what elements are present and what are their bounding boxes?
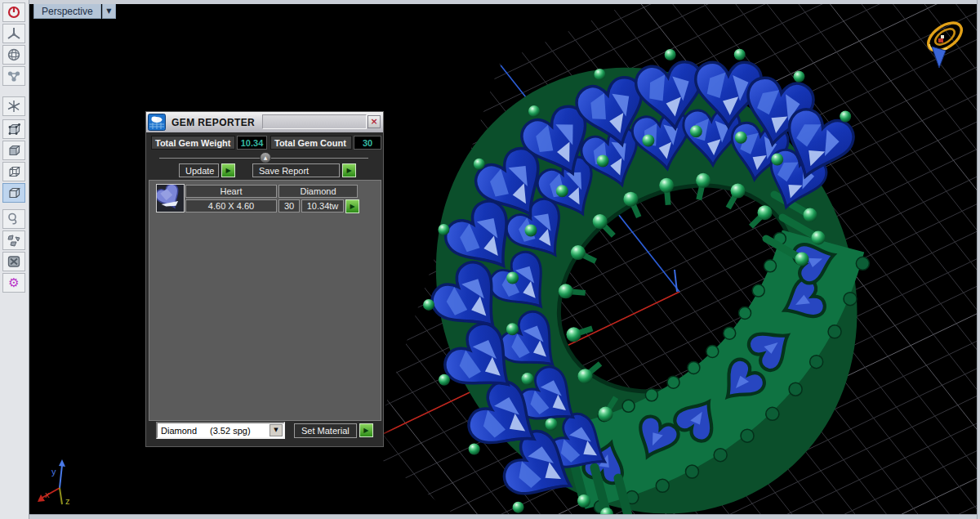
gem-reporter-icon [148,114,166,131]
total-weight-label: Total Gem Weight [151,136,235,150]
axis-label-z: z [65,496,70,506]
set-material-button[interactable]: Set Material [294,423,357,438]
gem-weight-cell: 10.34tw [301,199,344,213]
gem-size-cell: 4.60 X 4.60 [185,199,277,213]
ring-model [355,4,938,514]
total-weight-value: 10.34 [237,136,267,150]
dialog-actions: Update ▶ Save Report ▶ [179,163,356,177]
material-dropdown-value: Diamond [161,426,197,436]
explode-icon[interactable] [2,230,25,250]
view-rotation-gizmo[interactable] [924,17,967,68]
cube-selected-icon[interactable] [2,183,25,203]
loupe-icon[interactable] [2,209,25,229]
window-border-bottom [29,514,977,519]
set-material-run-button[interactable]: ▶ [359,423,373,437]
axis-label-x: x [45,490,50,499]
save-report-run-button[interactable]: ▶ [342,163,356,177]
gem-shape-header: Heart [185,185,277,198]
chevron-down-icon[interactable]: ▼ [270,424,283,436]
window-border-top [29,0,977,4]
cube-wire-icon[interactable] [2,162,25,181]
dialog-title: GEM REPORTER [172,117,255,128]
close-icon[interactable]: × [368,115,381,128]
move-axes-icon[interactable] [2,96,25,116]
dialog-titlebar[interactable]: GEM REPORTER × [146,112,383,132]
cube-shaded-icon[interactable] [2,141,25,160]
total-count-label: Total Gem Count [270,136,352,150]
gem-table-header: Heart Diamond [185,185,359,198]
update-button[interactable]: Update [179,163,219,177]
viewport-menu-dropdown[interactable]: ▼ [102,3,116,19]
dialog-title-gripper [262,114,367,129]
left-toolbar: ⚙ [0,0,29,519]
power-icon[interactable] [2,2,25,22]
propeller-icon[interactable] [2,24,25,43]
checker-close-icon[interactable] [2,252,25,271]
viewport-tab: Perspective ▼ [33,3,116,19]
gem-table-row[interactable]: 4.60 X 4.60 30 10.34tw ▶ [185,199,359,213]
gem-count-cell: 30 [278,199,300,213]
save-report-button[interactable]: Save Report [252,163,340,177]
gem-material-header: Diamond [278,185,358,198]
material-dropdown-density: (3.52 spg) [210,426,251,436]
gem-list-panel: Heart Diamond 4.60 X 4.60 30 10.34tw ▶ [149,180,381,421]
gear-icon[interactable]: ⚙ [2,273,25,293]
gem-row-action-button[interactable]: ▶ [345,199,359,213]
gem-reporter-dialog: GEM REPORTER × Total Gem Weight 10.34 To… [145,111,384,447]
molecule-icon[interactable] [2,66,25,86]
gem-totals-row: Total Gem Weight 10.34 Total Gem Count 3… [151,136,381,150]
gem-thumbnail[interactable] [156,184,185,213]
cube-vertices-icon[interactable] [2,119,25,139]
orbit-globe-icon[interactable] [2,45,25,65]
axis-label-y: y [51,467,56,476]
viewport-title[interactable]: Perspective [33,3,101,19]
update-run-button[interactable]: ▶ [221,163,235,177]
total-count-value: 30 [354,136,381,150]
window-border-right [977,0,980,519]
collapse-button[interactable]: ▲ [260,152,271,163]
material-row: Diamond (3.52 spg) ▼ Set Material ▶ [156,422,373,439]
material-dropdown[interactable]: Diamond (3.52 spg) ▼ [156,422,285,439]
gem-table: Heart Diamond 4.60 X 4.60 30 10.34tw ▶ [185,185,359,215]
axis-triad: y x z [38,459,70,506]
